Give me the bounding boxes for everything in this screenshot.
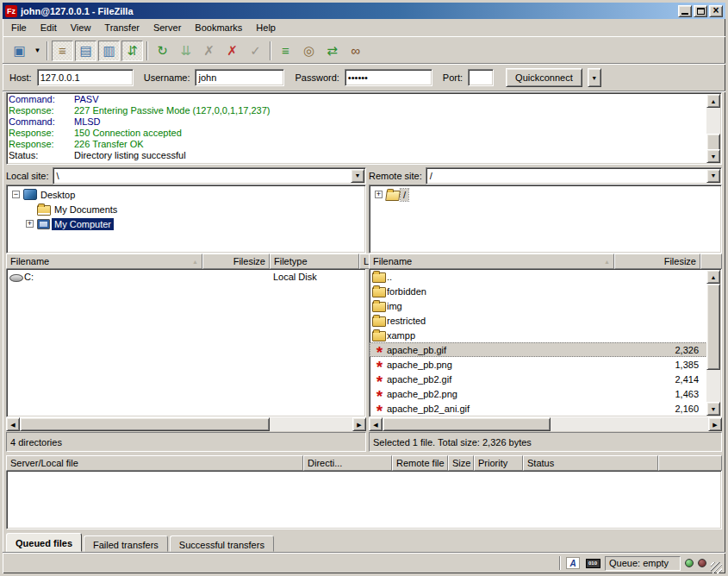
username-input[interactable]: john (195, 69, 284, 86)
remote-site-label: Remote site: (369, 171, 422, 181)
reconnect-button[interactable]: ✓ (245, 41, 266, 61)
remote-site-combo[interactable]: / ▼ (426, 167, 722, 185)
remote-vscroll-thumb[interactable] (706, 284, 720, 370)
log-scrollbar[interactable]: ▲ ▼ (706, 94, 720, 163)
scroll-left-icon[interactable]: ◀ (369, 417, 383, 431)
remote-hscroll-thumb[interactable] (383, 417, 551, 431)
local-site-label: Local site: (6, 171, 49, 181)
menu-edit[interactable]: Edit (34, 20, 64, 35)
toolbar: ▣▼≡▤▥⇵↻⇊✗✗✓≡◎⇄∞ (3, 38, 725, 64)
menu-server[interactable]: Server (146, 20, 188, 35)
local-column-filesize[interactable]: Filesize (202, 254, 270, 269)
tree-item-desktop[interactable]: Desktop (9, 187, 364, 202)
scroll-up-icon[interactable]: ▲ (706, 270, 720, 284)
remote-column-filename[interactable]: Filename (369, 254, 614, 269)
menu-help[interactable]: Help (249, 20, 283, 35)
scroll-down-icon[interactable]: ▼ (706, 149, 720, 163)
refresh-button[interactable]: ↻ (152, 41, 173, 61)
menu-file[interactable]: File (4, 20, 34, 35)
tree-expander-icon[interactable] (375, 191, 383, 198)
remote-file-row[interactable]: restricted (370, 313, 707, 328)
tab-successful-transfers[interactable]: Successful transfers (170, 535, 274, 552)
binary-transfer-type-icon[interactable]: 010 (585, 557, 600, 570)
queue-column-server-local-file[interactable]: Server/Local file (6, 455, 303, 471)
remote-column-filesize[interactable]: Filesize (614, 254, 700, 269)
title-bar[interactable]: Fz john@127.0.0.1 - FileZilla × (3, 3, 725, 19)
remote-file-row[interactable]: img (370, 298, 707, 313)
remote-file-row[interactable]: apache_pb2_ani.gif 2,160 (370, 401, 707, 416)
remote-file-row[interactable]: apache_pb2.gif 2,414 (370, 372, 707, 386)
site-manager-button[interactable]: ▣ (9, 41, 30, 61)
remote-file-row[interactable]: .. (370, 269, 707, 284)
queue-tabs: Queued filesFailed transfersSuccessful t… (6, 531, 722, 552)
remote-file-row[interactable]: forbidden (370, 284, 707, 298)
process-queue-button[interactable]: ⇊ (175, 41, 196, 61)
queue-column-status[interactable]: Status (523, 455, 658, 471)
ascii-transfer-type-icon[interactable]: A (565, 557, 581, 570)
scroll-left-icon[interactable]: ◀ (6, 417, 20, 431)
folder-icon (372, 329, 387, 341)
scroll-down-icon[interactable]: ▼ (706, 402, 720, 416)
queue-column-remote-file[interactable]: Remote file (392, 455, 448, 471)
folder-icon (372, 300, 387, 312)
queue-column-size[interactable]: Size (448, 455, 474, 471)
synchronized-browsing-button[interactable]: ⇄ (321, 41, 343, 61)
image-icon (372, 373, 387, 385)
toggle-local-tree-button[interactable]: ▤ (75, 41, 96, 61)
scroll-right-icon[interactable]: ▶ (352, 417, 366, 431)
local-file-row[interactable]: C: Local Disk (7, 269, 365, 284)
remote-file-row[interactable]: apache_pb.png 1,385 (370, 357, 707, 372)
find-files-button[interactable]: ∞ (345, 41, 366, 61)
host-label: Host: (9, 72, 32, 83)
tree-expander-icon[interactable] (26, 220, 34, 228)
menu-view[interactable]: View (64, 20, 98, 35)
tab-queued-files[interactable]: Queued files (6, 533, 82, 552)
local-site-combo[interactable]: \ ▼ (53, 167, 366, 185)
menu-transfer[interactable]: Transfer (97, 20, 146, 35)
local-file-list: C: Local Disk (6, 269, 366, 417)
directory-comparison-button[interactable]: ◎ (298, 41, 320, 61)
queue-column-priority[interactable]: Priority (474, 455, 523, 471)
tab-failed-transfers[interactable]: Failed transfers (84, 535, 168, 552)
local-horizontal-scrollbar[interactable]: ◀ ▶ (6, 417, 366, 431)
remote-horizontal-scrollbar[interactable]: ◀ ▶ (369, 417, 722, 431)
status-bar: A 010 Queue: empty (3, 552, 725, 573)
port-input[interactable] (468, 69, 494, 86)
toggle-remote-tree-button[interactable]: ▥ (98, 41, 120, 61)
remote-file-row[interactable]: xampp (370, 328, 707, 342)
scroll-up-icon[interactable]: ▲ (706, 94, 720, 108)
tree-expander-icon[interactable] (12, 191, 20, 198)
log-scrollbar-thumb[interactable] (706, 134, 720, 151)
toggle-message-log-button[interactable]: ≡ (52, 41, 73, 61)
site-manager-dropdown-button[interactable]: ▼ (32, 41, 43, 61)
chevron-down-icon[interactable]: ▼ (706, 169, 720, 183)
chevron-down-icon[interactable]: ▼ (351, 169, 364, 183)
resize-grip[interactable] (711, 562, 722, 573)
local-column-filetype[interactable]: Filetype (270, 254, 359, 269)
remote-file-row[interactable]: apache_pb2.png 1,463 (370, 386, 707, 401)
quickconnect-dropdown-button[interactable]: ▼ (588, 68, 601, 87)
remote-vertical-scrollbar[interactable]: ▲ ▼ (706, 270, 720, 416)
remote-file-row[interactable]: apache_pb.gif 2,326 (370, 342, 707, 357)
maximize-button[interactable] (694, 5, 707, 17)
toggle-transfer-queue-button[interactable]: ⇵ (121, 41, 143, 61)
toolbar-separator (146, 41, 148, 60)
tree-item-my-documents[interactable]: My Documents (9, 202, 364, 216)
tree-item-my-computer[interactable]: My Computer (9, 216, 364, 231)
quickconnect-button[interactable]: Quickconnect (506, 68, 582, 87)
close-button[interactable]: × (709, 5, 723, 17)
minimize-button[interactable] (678, 5, 692, 17)
queue-column-direction[interactable]: Directi... (303, 455, 392, 471)
disconnect-button[interactable]: ✗ (221, 41, 243, 61)
filter-button[interactable]: ≡ (275, 41, 296, 61)
local-hscroll-thumb[interactable] (20, 417, 270, 431)
scroll-right-icon[interactable]: ▶ (708, 417, 722, 431)
password-input[interactable]: •••••• (345, 69, 432, 86)
tree-item-root[interactable]: / (371, 187, 719, 202)
username-label: Username: (144, 72, 190, 83)
local-column-filename[interactable]: Filename (6, 254, 202, 269)
cancel-button[interactable]: ✗ (198, 41, 220, 61)
menu-bookmarks[interactable]: Bookmarks (188, 20, 249, 35)
computer-icon (37, 218, 52, 230)
host-input[interactable]: 127.0.0.1 (37, 69, 134, 86)
